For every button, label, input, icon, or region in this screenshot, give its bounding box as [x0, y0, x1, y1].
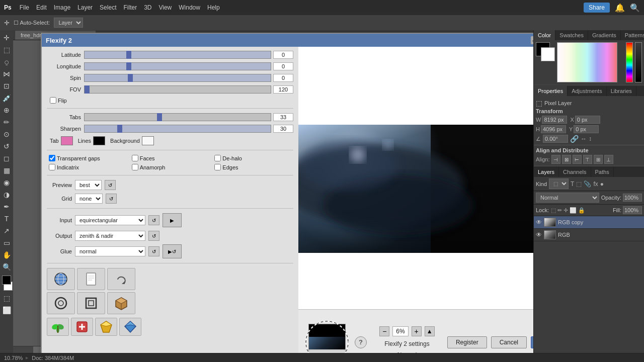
icon-box-button[interactable]	[107, 292, 135, 314]
register-button[interactable]: Register	[447, 336, 487, 348]
edges-checkbox[interactable]	[214, 164, 221, 170]
brush-tool[interactable]: ✏	[1, 117, 12, 128]
search-icon[interactable]: 🔍	[630, 3, 640, 13]
grid-select[interactable]: none 3x2 4x3	[75, 194, 103, 204]
longitude-value[interactable]: 0	[273, 62, 293, 70]
lock-all-icon[interactable]: 🔒	[578, 207, 585, 214]
lock-move-icon[interactable]: ✛	[564, 207, 568, 214]
icon-square-button[interactable]	[77, 292, 105, 314]
preview-image-area[interactable]	[298, 47, 533, 309]
notifications-icon[interactable]: 🔔	[615, 3, 625, 13]
preview-select[interactable]: best fast draft	[75, 180, 102, 190]
menu-filter[interactable]: Filter	[123, 4, 137, 11]
opacity-input[interactable]	[623, 194, 642, 202]
faces-checkbox[interactable]	[132, 155, 138, 161]
spin-value[interactable]: 0	[273, 74, 293, 82]
icon-plus-button[interactable]	[71, 318, 93, 336]
tab-layers[interactable]: Layers	[534, 167, 559, 177]
x-input[interactable]	[575, 116, 600, 124]
tabs-slider[interactable]	[84, 113, 271, 121]
flip-checkbox[interactable]	[50, 97, 56, 104]
de-halo-label[interactable]: De-halo	[214, 155, 293, 161]
transparent-gaps-checkbox[interactable]	[49, 155, 55, 161]
background-color-swatch[interactable]	[142, 136, 154, 145]
faces-label[interactable]: Faces	[132, 155, 211, 161]
gradient-tool[interactable]: ▦	[1, 165, 12, 176]
filter-icon-5[interactable]: ●	[600, 180, 604, 188]
de-halo-checkbox[interactable]	[214, 155, 221, 161]
align-left-button[interactable]: ⊣	[551, 155, 560, 164]
tab-paths[interactable]: Paths	[591, 167, 614, 177]
tab-properties[interactable]: Properties	[534, 86, 568, 96]
align-right-button[interactable]: ⊢	[573, 155, 582, 164]
crop-tool[interactable]: ⊡	[1, 80, 12, 92]
grid-sync-button[interactable]: ↺	[106, 194, 117, 204]
indicatrix-label[interactable]: Indicatrix	[49, 164, 128, 170]
opacity-bar[interactable]	[635, 42, 642, 82]
filter-icon-1[interactable]: T	[571, 180, 574, 188]
icon-gem-button[interactable]	[95, 318, 117, 336]
transparent-gaps-label[interactable]: Transparent gaps	[49, 155, 128, 161]
lines-color-swatch[interactable]	[93, 136, 105, 145]
zoom-out-button[interactable]: −	[379, 326, 389, 336]
layer-row[interactable]: 👁 RGB copy	[534, 216, 644, 229]
auto-select-checkbox[interactable]: ☐ Auto-Select:	[14, 20, 50, 26]
menu-view[interactable]: View	[158, 4, 172, 11]
layer-row[interactable]: 👁 RGB	[534, 229, 644, 241]
align-center-v-button[interactable]: ⊞	[594, 155, 603, 164]
edges-label[interactable]: Edges	[214, 164, 293, 170]
glue-select[interactable]: normal multiply	[75, 246, 145, 256]
lock-transparent-icon[interactable]: ⬚	[551, 207, 556, 214]
fill-input[interactable]	[623, 206, 642, 214]
layer-eye-icon[interactable]: 👁	[536, 231, 542, 238]
flip-v-icon[interactable]: ↕	[589, 135, 592, 142]
minimize-button[interactable]: —	[531, 36, 533, 44]
width-input[interactable]	[542, 116, 567, 124]
shape-tool[interactable]: ▭	[1, 237, 12, 248]
input-select[interactable]: equirectangular fisheye	[75, 215, 145, 225]
input-play-button[interactable]: ▶	[163, 213, 182, 227]
tab-adjustments[interactable]: Adjustments	[568, 86, 607, 96]
menu-select[interactable]: Select	[100, 4, 116, 11]
path-select-tool[interactable]: ↗	[1, 225, 12, 236]
fov-slider[interactable]	[84, 85, 271, 94]
tab-libraries[interactable]: Libraries	[607, 86, 636, 96]
icon-circle-button[interactable]	[47, 292, 75, 314]
share-button[interactable]: Share	[584, 3, 610, 13]
cancel-button[interactable]: Cancel	[491, 336, 527, 348]
lasso-tool[interactable]: ⍜	[1, 56, 12, 67]
type-tool[interactable]: T	[1, 213, 12, 224]
menu-window[interactable]: Window	[179, 4, 200, 11]
latitude-value[interactable]: 0	[273, 51, 293, 59]
marquee-tool[interactable]: ⬚	[1, 44, 12, 55]
color-gradient-picker[interactable]	[557, 42, 617, 82]
menu-help[interactable]: Help	[207, 4, 220, 11]
quick-mask-tool[interactable]: ⬚	[1, 293, 12, 304]
icon-page-button[interactable]	[77, 268, 105, 290]
background-swatch[interactable]	[541, 47, 555, 61]
icon-diamond-button[interactable]	[119, 318, 141, 336]
lock-artboard-icon[interactable]: ⬜	[570, 207, 577, 214]
spin-slider[interactable]	[84, 74, 271, 82]
latitude-slider[interactable]	[84, 51, 271, 59]
sharpen-slider[interactable]	[84, 125, 271, 133]
angle-input[interactable]	[543, 135, 568, 143]
hand-tool[interactable]: ✋	[1, 249, 12, 260]
history-tool[interactable]: ↺	[1, 141, 12, 152]
output-sync-button[interactable]: ↺	[148, 231, 159, 241]
link-icon[interactable]: 🔗	[570, 135, 579, 143]
ok-button[interactable]: OK	[531, 336, 533, 348]
output-select[interactable]: zenith & nadir cube faces	[75, 231, 145, 241]
foreground-color[interactable]	[2, 276, 11, 285]
tab-color-swatch[interactable]	[61, 136, 73, 145]
layer-eye-icon[interactable]: 👁	[536, 219, 542, 226]
align-top-button[interactable]: ⊤	[583, 155, 592, 164]
align-center-h-button[interactable]: ⊠	[562, 155, 571, 164]
tab-channels[interactable]: Channels	[559, 167, 591, 177]
kind-filter-select[interactable]: ⬚	[549, 178, 569, 189]
tab-color[interactable]: Color	[534, 30, 555, 40]
tabs-value[interactable]: 33	[273, 113, 293, 121]
menu-file[interactable]: File	[20, 4, 29, 11]
menu-3d[interactable]: 3D	[144, 4, 151, 11]
filter-icon-4[interactable]: fx	[593, 180, 598, 188]
